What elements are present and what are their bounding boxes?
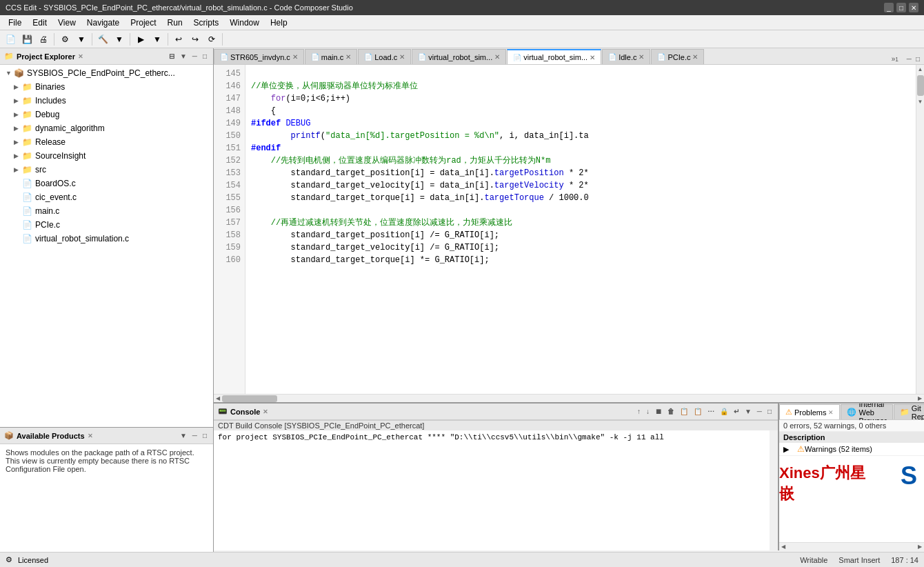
status-insert-mode: Smart Insert [838, 556, 880, 564]
toolbar-save-btn[interactable]: 💾 [19, 32, 34, 47]
prob-hscroll-track[interactable] [787, 544, 916, 550]
minimize-button[interactable]: _ [884, 3, 894, 12]
tree-main-c[interactable]: ▶ 📄 main.c [0, 204, 213, 218]
tab-str605[interactable]: 📄 STR605_invdyn.c ✕ [214, 49, 304, 64]
console-copy-btn[interactable]: 📋 [678, 407, 690, 416]
maximize-button[interactable]: □ [896, 3, 906, 12]
pe-menu-btn[interactable]: ▼ [178, 52, 189, 61]
tree-debug[interactable]: ▶ 📁 Debug [0, 108, 213, 121]
toolbar-undo-btn[interactable]: ↩ [171, 32, 186, 47]
tree-boardos[interactable]: ▶ 📄 BoardOS.c [0, 177, 213, 190]
console-clear-btn[interactable]: 🗑 [665, 407, 676, 416]
prob-hscroll-right[interactable]: ▶ [916, 542, 924, 550]
toolbar-new-btn[interactable]: 📄 [3, 32, 18, 47]
code-content[interactable]: //单位变换，从伺服驱动器单位转为标准单位 for(i=0;i<6;i++) {… [245, 65, 916, 394]
editor-vertical-scrollbar[interactable]: ▲ ▼ [916, 65, 924, 394]
tree-dynamic-arrow: ▶ [14, 125, 22, 132]
tab-str605-close[interactable]: ✕ [292, 53, 298, 61]
tab-pcie-close[interactable]: ✕ [692, 53, 698, 61]
close-button[interactable]: ✕ [909, 3, 918, 12]
console-panel: 📟 Console ✕ ↑ ↓ ⏹ 🗑 📋 📋 ⋯ 🔒 ↵ [214, 404, 779, 550]
console-more-btn[interactable]: ⋯ [705, 407, 716, 416]
tree-binaries-icon: 📁 [22, 82, 33, 92]
menu-window[interactable]: Window [224, 17, 265, 29]
menu-scripts[interactable]: Scripts [188, 17, 225, 29]
console-down-btn[interactable]: ↓ [644, 407, 652, 416]
tree-virtual-robot[interactable]: ▶ 📄 virtual_robot_simulation.c [0, 232, 213, 246]
toolbar-build-btn[interactable]: 🔨 [95, 32, 110, 47]
tree-root[interactable]: ▼ 📦 SYSBIOS_PCIe_EndPoint_PC_etherc... [0, 66, 213, 80]
pe-min-btn[interactable]: ─ [190, 52, 199, 61]
tree-pcie-label: PCIe.c [35, 220, 60, 230]
hscroll-thumb[interactable] [222, 395, 277, 402]
editor-maximize-btn[interactable]: □ [914, 54, 921, 64]
prob-expand-arrow[interactable]: ▶ [783, 445, 794, 454]
menu-edit[interactable]: Edit [27, 17, 52, 29]
tree-release[interactable]: ▶ 📁 Release [0, 135, 213, 149]
toolbar-redo-btn[interactable]: ↪ [188, 32, 203, 47]
tab-idle[interactable]: 📄 Idle.c ✕ [602, 49, 650, 64]
menu-project[interactable]: Project [125, 17, 161, 29]
menu-navigate[interactable]: Navigate [81, 17, 125, 29]
tab-vrs2[interactable]: 📄 virtual_robot_sim... ✕ [507, 49, 601, 64]
toolbar-settings-dropdown[interactable]: ▼ [74, 32, 89, 47]
ap-min-btn[interactable]: ─ [190, 431, 199, 440]
tab-main[interactable]: 📄 main.c ✕ [305, 49, 357, 64]
tab-vrs1[interactable]: 📄 virtual_robot_sim... ✕ [412, 49, 506, 64]
toolbar-debug-btn[interactable]: ▶ [133, 32, 148, 47]
tree-cic-event[interactable]: ▶ 📄 cic_event.c [0, 190, 213, 204]
menu-view[interactable]: View [52, 17, 81, 29]
console-up-btn[interactable]: ↑ [635, 407, 643, 416]
problems-tab-git[interactable]: 📁 Git Repositories [894, 404, 924, 419]
tab-main-close[interactable]: ✕ [345, 53, 351, 61]
tab-idle-close[interactable]: ✕ [639, 53, 644, 61]
tab-pcie[interactable]: 📄 PCIe.c ✕ [651, 49, 704, 64]
console-word-wrap-btn[interactable]: ↵ [732, 407, 741, 416]
console-stop-btn[interactable]: ⏹ [653, 407, 664, 416]
pe-max-btn[interactable]: □ [201, 52, 209, 61]
console-content[interactable]: for project SYSBIOS_PCIe_EndPoint_PC_eth… [214, 430, 770, 550]
pe-collapse-btn[interactable]: ⊟ [167, 52, 177, 61]
tab-vrs1-close[interactable]: ✕ [494, 53, 500, 61]
problems-hscrollbar[interactable]: ◀ ▶ [779, 542, 924, 550]
tree-pcie[interactable]: ▶ 📄 PCIe.c [0, 218, 213, 232]
toolbar-settings-btn[interactable]: ⚙ [57, 32, 72, 47]
console-scrollbar[interactable] [770, 430, 778, 550]
problems-row-warnings[interactable]: ▶ ⚠ Warnings (52 items) [779, 443, 924, 456]
tab-vrs2-close[interactable]: ✕ [590, 54, 595, 61]
toolbar-build-dropdown[interactable]: ▼ [112, 32, 127, 47]
console-scroll-lock-btn[interactable]: 🔒 [718, 407, 730, 416]
git-tab-icon: 📁 [900, 408, 910, 417]
tree-sourceinsight[interactable]: ▶ 📁 SourceInsight [0, 149, 213, 163]
tab-load-close[interactable]: ✕ [399, 53, 405, 61]
toolbar-debug-dropdown[interactable]: ▼ [150, 32, 165, 47]
console-max-btn[interactable]: □ [765, 407, 774, 416]
problems-tab-problems[interactable]: ⚠ Problems ✕ [779, 404, 840, 419]
console-min-btn[interactable]: ─ [755, 407, 764, 416]
tree-src[interactable]: ▶ 📁 src [0, 163, 213, 177]
title-bar-controls[interactable]: _ □ ✕ [884, 3, 918, 12]
tree-dynamic-algorithm[interactable]: ▶ 📁 dynamic_algorithm [0, 121, 213, 135]
tab-overflow-button[interactable]: »1 [887, 54, 903, 64]
ap-menu-btn[interactable]: ▼ [178, 431, 189, 440]
console-paste-btn[interactable]: 📋 [692, 407, 704, 416]
tab-load[interactable]: 📄 Load.c ✕ [358, 49, 411, 64]
editor-minimize-btn[interactable]: ─ [905, 54, 913, 64]
problems-tab-web[interactable]: 🌐 Internal Web Browser [841, 404, 892, 419]
hscroll-track[interactable] [222, 395, 916, 402]
toolbar-print-btn[interactable]: 🖨 [36, 32, 51, 47]
tree-binaries[interactable]: ▶ 📁 Binaries [0, 80, 213, 94]
editor-horizontal-scrollbar[interactable]: ◀ ▶ [214, 394, 924, 402]
scroll-up-arrow[interactable]: ▲ [916, 65, 924, 74]
ap-max-btn[interactable]: □ [201, 431, 209, 440]
console-menu-btn[interactable]: ▼ [743, 407, 754, 416]
menu-help[interactable]: Help [265, 17, 293, 29]
menu-file[interactable]: File [3, 17, 27, 29]
problems-status: 0 errors, 52 warnings, 0 others [779, 420, 924, 432]
scroll-thumb[interactable] [917, 75, 924, 96]
scroll-down-arrow[interactable]: ▼ [916, 97, 924, 106]
tree-includes[interactable]: ▶ 📁 Includes [0, 94, 213, 108]
prob-hscroll-left[interactable]: ◀ [779, 542, 787, 550]
menu-run[interactable]: Run [162, 17, 188, 29]
toolbar-redo2-btn[interactable]: ⟳ [204, 32, 219, 47]
